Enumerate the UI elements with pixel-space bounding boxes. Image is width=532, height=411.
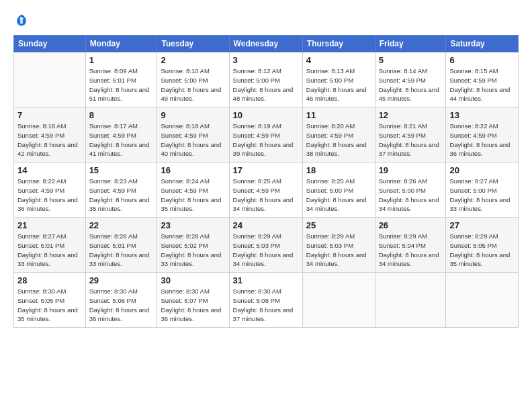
day-detail: Sunrise: 8:12 AMSunset: 5:00 PMDaylight:… (233, 66, 299, 103)
calendar-cell (446, 273, 519, 328)
day-number: 27 (449, 220, 515, 230)
calendar-cell: 9Sunrise: 8:18 AMSunset: 4:59 PMDaylight… (157, 107, 229, 163)
day-detail: Sunrise: 8:17 AMSunset: 4:59 PMDaylight:… (89, 122, 154, 158)
day-number: 22 (89, 220, 154, 230)
calendar-week-5: 28Sunrise: 8:30 AMSunset: 5:05 PMDayligh… (14, 273, 519, 328)
day-number: 13 (449, 110, 515, 120)
day-number: 10 (233, 110, 299, 120)
day-detail: Sunrise: 8:16 AMSunset: 4:59 PMDaylight:… (17, 122, 82, 158)
calendar-cell: 21Sunrise: 8:27 AMSunset: 5:01 PMDayligh… (14, 218, 86, 273)
calendar-cell (14, 52, 86, 107)
day-detail: Sunrise: 8:29 AMSunset: 5:05 PMDaylight:… (449, 232, 515, 269)
day-number: 7 (17, 110, 82, 120)
day-number: 14 (17, 165, 82, 175)
calendar-cell: 8Sunrise: 8:17 AMSunset: 4:59 PMDaylight… (85, 107, 157, 163)
calendar-week-4: 21Sunrise: 8:27 AMSunset: 5:01 PMDayligh… (14, 218, 519, 273)
day-number: 12 (379, 110, 443, 120)
calendar-cell: 26Sunrise: 8:29 AMSunset: 5:04 PMDayligh… (375, 218, 446, 273)
calendar-cell (375, 273, 446, 328)
col-header-monday: Monday (85, 36, 157, 52)
calendar-cell: 22Sunrise: 8:28 AMSunset: 5:01 PMDayligh… (85, 218, 157, 273)
calendar-cell: 13Sunrise: 8:22 AMSunset: 4:59 PMDayligh… (446, 107, 519, 163)
calendar-cell: 11Sunrise: 8:20 AMSunset: 4:59 PMDayligh… (302, 107, 375, 163)
day-detail: Sunrise: 8:20 AMSunset: 4:59 PMDaylight:… (306, 122, 371, 158)
day-detail: Sunrise: 8:22 AMSunset: 4:59 PMDaylight:… (17, 177, 82, 214)
calendar-cell: 16Sunrise: 8:24 AMSunset: 4:59 PMDayligh… (157, 163, 229, 218)
day-detail: Sunrise: 8:22 AMSunset: 4:59 PMDaylight:… (449, 122, 515, 158)
day-number: 15 (89, 165, 154, 175)
calendar-table: SundayMondayTuesdayWednesdayThursdayFrid… (13, 35, 519, 328)
calendar-cell: 28Sunrise: 8:30 AMSunset: 5:05 PMDayligh… (14, 273, 86, 328)
day-detail: Sunrise: 8:18 AMSunset: 4:59 PMDaylight:… (161, 122, 225, 158)
day-detail: Sunrise: 8:23 AMSunset: 4:59 PMDaylight:… (89, 177, 154, 214)
day-detail: Sunrise: 8:15 AMSunset: 4:59 PMDaylight:… (449, 66, 515, 103)
day-detail: Sunrise: 8:29 AMSunset: 5:03 PMDaylight:… (306, 232, 371, 269)
calendar-cell: 14Sunrise: 8:22 AMSunset: 4:59 PMDayligh… (14, 163, 86, 218)
calendar-cell: 23Sunrise: 8:28 AMSunset: 5:02 PMDayligh… (157, 218, 229, 273)
calendar-cell (302, 273, 375, 328)
col-header-sunday: Sunday (14, 36, 86, 52)
calendar-cell: 31Sunrise: 8:30 AMSunset: 5:08 PMDayligh… (229, 273, 302, 328)
day-detail: Sunrise: 8:30 AMSunset: 5:07 PMDaylight:… (161, 287, 225, 324)
calendar-week-2: 7Sunrise: 8:16 AMSunset: 4:59 PMDaylight… (14, 107, 519, 163)
day-number: 16 (161, 165, 225, 175)
day-number: 20 (449, 165, 515, 175)
day-detail: Sunrise: 8:30 AMSunset: 5:08 PMDaylight:… (233, 287, 299, 324)
calendar-week-1: 1Sunrise: 8:09 AMSunset: 5:01 PMDaylight… (14, 52, 519, 107)
calendar-cell: 7Sunrise: 8:16 AMSunset: 4:59 PMDaylight… (14, 107, 86, 163)
calendar-cell: 17Sunrise: 8:25 AMSunset: 4:59 PMDayligh… (229, 163, 302, 218)
day-number: 26 (379, 220, 443, 230)
calendar-cell: 24Sunrise: 8:29 AMSunset: 5:03 PMDayligh… (229, 218, 302, 273)
day-number: 6 (449, 55, 515, 65)
calendar-cell: 10Sunrise: 8:19 AMSunset: 4:59 PMDayligh… (229, 107, 302, 163)
header (13, 12, 519, 28)
calendar-cell: 20Sunrise: 8:27 AMSunset: 5:00 PMDayligh… (446, 163, 519, 218)
day-detail: Sunrise: 8:24 AMSunset: 4:59 PMDaylight:… (161, 177, 225, 214)
day-detail: Sunrise: 8:26 AMSunset: 5:00 PMDaylight:… (379, 177, 443, 214)
day-detail: Sunrise: 8:09 AMSunset: 5:01 PMDaylight:… (89, 66, 154, 103)
calendar-cell: 6Sunrise: 8:15 AMSunset: 4:59 PMDaylight… (446, 52, 519, 107)
calendar-cell: 2Sunrise: 8:10 AMSunset: 5:00 PMDaylight… (157, 52, 229, 107)
col-header-thursday: Thursday (302, 36, 375, 52)
page: SundayMondayTuesdayWednesdayThursdayFrid… (0, 0, 532, 411)
col-header-saturday: Saturday (446, 36, 519, 52)
logo (13, 12, 32, 28)
day-detail: Sunrise: 8:28 AMSunset: 5:01 PMDaylight:… (89, 232, 154, 269)
day-number: 19 (379, 165, 443, 175)
day-detail: Sunrise: 8:25 AMSunset: 5:00 PMDaylight:… (306, 177, 371, 214)
day-number: 31 (233, 275, 299, 285)
day-detail: Sunrise: 8:14 AMSunset: 4:59 PMDaylight:… (379, 66, 443, 103)
day-number: 5 (379, 55, 443, 65)
day-number: 11 (306, 110, 371, 120)
calendar-cell: 19Sunrise: 8:26 AMSunset: 5:00 PMDayligh… (375, 163, 446, 218)
calendar-cell: 18Sunrise: 8:25 AMSunset: 5:00 PMDayligh… (302, 163, 375, 218)
day-number: 9 (161, 110, 225, 120)
day-detail: Sunrise: 8:29 AMSunset: 5:04 PMDaylight:… (379, 232, 443, 269)
day-detail: Sunrise: 8:30 AMSunset: 5:05 PMDaylight:… (17, 287, 82, 324)
day-number: 3 (233, 55, 299, 65)
calendar-week-3: 14Sunrise: 8:22 AMSunset: 4:59 PMDayligh… (14, 163, 519, 218)
col-header-wednesday: Wednesday (229, 36, 302, 52)
calendar-cell: 5Sunrise: 8:14 AMSunset: 4:59 PMDaylight… (375, 52, 446, 107)
col-header-friday: Friday (375, 36, 446, 52)
day-number: 25 (306, 220, 371, 230)
day-number: 29 (89, 275, 154, 285)
day-number: 30 (161, 275, 225, 285)
logo-icon (13, 12, 30, 28)
calendar-cell: 30Sunrise: 8:30 AMSunset: 5:07 PMDayligh… (157, 273, 229, 328)
day-number: 2 (161, 55, 225, 65)
day-number: 18 (306, 165, 371, 175)
day-detail: Sunrise: 8:27 AMSunset: 5:00 PMDaylight:… (449, 177, 515, 214)
day-number: 1 (89, 55, 154, 65)
calendar-cell: 1Sunrise: 8:09 AMSunset: 5:01 PMDaylight… (85, 52, 157, 107)
calendar-body: 1Sunrise: 8:09 AMSunset: 5:01 PMDaylight… (14, 52, 519, 328)
calendar-cell: 12Sunrise: 8:21 AMSunset: 4:59 PMDayligh… (375, 107, 446, 163)
day-detail: Sunrise: 8:28 AMSunset: 5:02 PMDaylight:… (161, 232, 225, 269)
day-number: 8 (89, 110, 154, 120)
calendar-cell: 27Sunrise: 8:29 AMSunset: 5:05 PMDayligh… (446, 218, 519, 273)
day-detail: Sunrise: 8:30 AMSunset: 5:06 PMDaylight:… (89, 287, 154, 324)
day-number: 24 (233, 220, 299, 230)
day-detail: Sunrise: 8:29 AMSunset: 5:03 PMDaylight:… (233, 232, 299, 269)
day-detail: Sunrise: 8:21 AMSunset: 4:59 PMDaylight:… (379, 122, 443, 158)
day-detail: Sunrise: 8:25 AMSunset: 4:59 PMDaylight:… (233, 177, 299, 214)
